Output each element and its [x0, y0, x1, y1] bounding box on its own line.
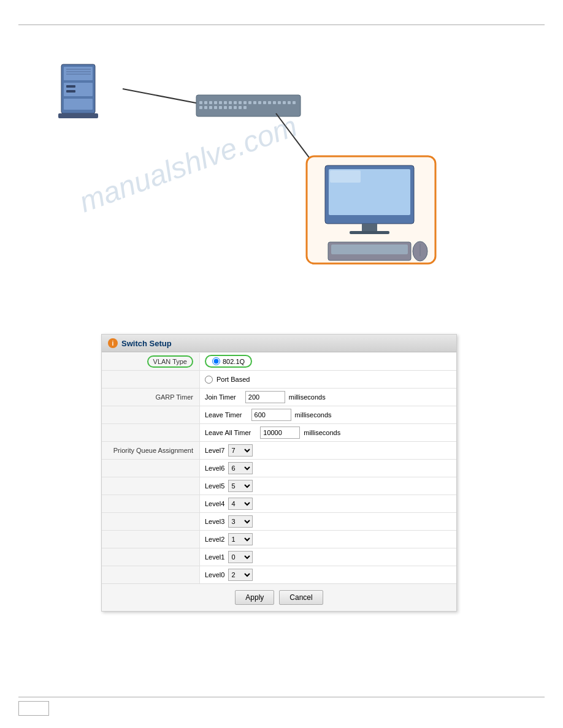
- leave-all-timer-value-cell: Leave All Timer milliseconds: [200, 424, 456, 441]
- panel-header: i Switch Setup: [102, 335, 456, 352]
- priority-level3-label: [102, 513, 200, 530]
- join-timer-value-cell: Join Timer milliseconds: [200, 389, 456, 406]
- vlan-type-802-row: VLAN Type 802.1Q: [102, 352, 456, 371]
- svg-rect-1: [64, 67, 93, 80]
- cancel-button[interactable]: Cancel: [279, 590, 323, 605]
- switch-setup-panel: i Switch Setup VLAN Type 802.1Q Port Bas…: [101, 334, 457, 612]
- svg-line-43: [276, 113, 313, 162]
- priority-level0-value: Level001234567: [200, 566, 456, 583]
- priority-level7-value: Level701234567: [200, 442, 456, 459]
- svg-rect-8: [66, 90, 75, 93]
- priority-level7-label: Priority Queue Assignment: [102, 442, 200, 459]
- bottom-rule: [18, 697, 545, 697]
- svg-rect-22: [243, 101, 247, 104]
- svg-rect-38: [224, 106, 227, 109]
- svg-rect-23: [248, 101, 251, 104]
- svg-rect-39: [229, 106, 232, 109]
- priority-level-level0-row: Level001234567: [102, 566, 456, 583]
- vlan-type-label-empty: [102, 371, 200, 388]
- join-timer-input[interactable]: [245, 391, 285, 403]
- svg-rect-40: [234, 106, 237, 109]
- priority-level2-value: Level201234567: [200, 531, 456, 548]
- priority-level1-value: Level101234567: [200, 548, 456, 566]
- panel-header-icon: i: [108, 338, 118, 348]
- priority-level4-value: Level401234567: [200, 495, 456, 512]
- svg-rect-36: [214, 106, 217, 109]
- svg-rect-48: [362, 224, 377, 231]
- join-timer-row: GARP Timer Join Timer milliseconds: [102, 389, 456, 406]
- svg-rect-17: [219, 101, 222, 104]
- svg-rect-13: [199, 101, 202, 104]
- priority-level1-select[interactable]: 01234567: [228, 551, 253, 563]
- top-rule: [18, 25, 545, 25]
- vlan-type-port-row: Port Based: [102, 371, 456, 389]
- vlan-type-802-radio[interactable]: [212, 357, 220, 365]
- svg-rect-42: [243, 106, 247, 109]
- priority-level3-select[interactable]: 01234567: [228, 515, 253, 528]
- priority-level6-value: Level601234567: [200, 460, 456, 477]
- priority-level1-label: [102, 548, 200, 566]
- svg-rect-19: [229, 101, 232, 104]
- priority-level4-label: [102, 495, 200, 512]
- svg-rect-24: [253, 101, 256, 104]
- svg-line-10: [123, 89, 202, 104]
- svg-rect-32: [293, 101, 296, 104]
- svg-rect-31: [288, 101, 291, 104]
- svg-rect-18: [224, 101, 227, 104]
- priority-level6-select[interactable]: 01234567: [228, 462, 253, 474]
- svg-rect-25: [258, 101, 261, 104]
- network-diagram: [37, 34, 466, 291]
- svg-rect-30: [283, 101, 286, 104]
- leave-timer-label: [102, 406, 200, 423]
- svg-rect-35: [209, 106, 212, 109]
- svg-rect-20: [234, 101, 237, 104]
- priority-level0-select[interactable]: 01234567: [228, 569, 253, 581]
- vlan-802-highlight: 802.1Q: [205, 355, 252, 368]
- svg-rect-37: [219, 106, 222, 109]
- leave-all-timer-input[interactable]: [260, 427, 300, 439]
- leave-all-label: [102, 424, 200, 441]
- priority-level-level3-row: Level301234567: [102, 513, 456, 531]
- panel-title: Switch Setup: [121, 339, 172, 348]
- priority-level7-select[interactable]: 01234567: [228, 444, 253, 457]
- priority-level5-label: [102, 477, 200, 495]
- priority-level5-select[interactable]: 01234567: [228, 480, 253, 492]
- vlan-type-label: VLAN Type: [102, 353, 200, 370]
- svg-rect-28: [273, 101, 276, 104]
- svg-rect-9: [58, 113, 98, 118]
- vlan-802-value: 802.1Q: [200, 352, 456, 370]
- svg-rect-2: [64, 83, 93, 96]
- priority-level2-select[interactable]: 01234567: [228, 533, 253, 545]
- svg-rect-34: [204, 106, 207, 109]
- svg-rect-33: [199, 106, 202, 109]
- buttons-row: Apply Cancel: [102, 583, 456, 611]
- priority-level4-select[interactable]: 01234567: [228, 498, 253, 510]
- priority-level2-label: [102, 531, 200, 548]
- svg-rect-41: [239, 106, 242, 109]
- leave-timer-value-cell: Leave Timer milliseconds: [200, 406, 456, 423]
- page-number-box: [18, 701, 49, 716]
- priority-level-level6-row: Level601234567: [102, 460, 456, 477]
- garp-label: GARP Timer: [102, 389, 200, 406]
- leave-all-timer-row: Leave All Timer milliseconds: [102, 424, 456, 442]
- apply-button[interactable]: Apply: [235, 590, 274, 605]
- svg-rect-3: [64, 99, 93, 110]
- svg-rect-47: [330, 170, 361, 183]
- priority-level6-label: [102, 460, 200, 477]
- priority-level-level2-row: Level201234567: [102, 531, 456, 548]
- vlan-port-value: Port Based: [200, 373, 456, 386]
- svg-rect-14: [204, 101, 207, 104]
- priority-level0-label: [102, 566, 200, 583]
- leave-timer-row: Leave Timer milliseconds: [102, 406, 456, 424]
- svg-rect-49: [350, 231, 389, 234]
- svg-rect-21: [239, 101, 242, 104]
- svg-rect-16: [214, 101, 217, 104]
- priority-level-level4-row: Level401234567: [102, 495, 456, 513]
- svg-rect-12: [196, 95, 301, 116]
- priority-level-level5-row: Level501234567: [102, 477, 456, 495]
- svg-rect-26: [263, 101, 266, 104]
- leave-timer-input[interactable]: [251, 409, 291, 421]
- vlan-type-port-radio[interactable]: [205, 376, 213, 384]
- priority-level-level7-row: Priority Queue AssignmentLevel701234567: [102, 442, 456, 460]
- svg-rect-7: [66, 85, 75, 88]
